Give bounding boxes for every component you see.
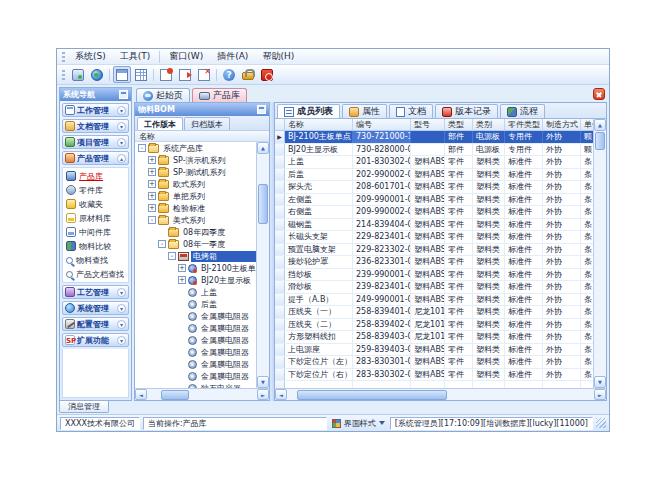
sidebar-item-0[interactable]: 产品库: [63, 169, 128, 183]
table-vertical-scrollbar[interactable]: ▲ ▼: [593, 119, 606, 388]
resize-grip[interactable]: [596, 418, 606, 428]
tree-column-header[interactable]: 名称: [135, 131, 269, 142]
window-button[interactable]: [113, 66, 131, 83]
grid-button[interactable]: [132, 66, 150, 83]
tree-node-14[interactable]: 金属膜电阻器: [135, 310, 256, 322]
row-selector[interactable]: [275, 294, 285, 306]
scroll-down-icon[interactable]: ▼: [257, 376, 269, 388]
expand-icon[interactable]: +: [148, 180, 156, 188]
doc-tab-active[interactable]: 产品库: [192, 88, 247, 102]
toolbar-grip[interactable]: [62, 70, 65, 80]
sidebar-item-7[interactable]: 产品文档查找: [63, 267, 128, 281]
tree-node-12[interactable]: 上盖: [135, 286, 256, 298]
scroll-up-icon[interactable]: ▲: [594, 119, 606, 131]
sidebar-group-4[interactable]: 工艺管理▾: [62, 285, 129, 299]
row-selector[interactable]: [275, 231, 285, 243]
table-row[interactable]: 下纱定位片（右）283-830302-00X塑料ABS零件塑料类标准件外协条: [275, 369, 593, 382]
column-header-2[interactable]: 型号: [411, 119, 445, 130]
column-header-5[interactable]: 零件类型: [505, 119, 543, 130]
tree-node-4[interactable]: +单把系列: [135, 190, 256, 202]
sidebar-item-1[interactable]: 零件库: [63, 183, 128, 197]
tree-node-2[interactable]: +SP-测试机系列: [135, 166, 256, 178]
expand-icon[interactable]: +: [148, 192, 156, 200]
row-selector[interactable]: [275, 144, 285, 156]
row-selector[interactable]: [275, 306, 285, 318]
tree-node-0[interactable]: -系统产品库: [135, 142, 256, 154]
sidebar-group-5[interactable]: 系统管理▾: [62, 301, 129, 315]
sidebar-item-5[interactable]: 物料比较: [63, 239, 128, 253]
tree-node-8[interactable]: -08年一季度: [135, 238, 256, 250]
table-row[interactable]: 探头壳208-601701-01X塑料ABS零件塑料类标准件外协条: [275, 181, 593, 194]
menu-item[interactable]: 窗口(W): [162, 50, 210, 63]
menu-item[interactable]: 插件(A): [210, 50, 255, 63]
tab-working-version[interactable]: 工作版本: [137, 117, 183, 130]
detail-tab-1[interactable]: 属性: [342, 104, 387, 118]
table-row[interactable]: ▶BJ-2100主板单点730-721000-12X部件电源板专用件外协颗: [275, 131, 593, 144]
sidebar-item-2[interactable]: 收藏夹: [63, 197, 128, 211]
tab-archived-version[interactable]: 归档版本: [184, 117, 230, 130]
column-header-6[interactable]: 制造方式: [543, 119, 581, 130]
help-button[interactable]: [220, 66, 238, 83]
expand-icon[interactable]: +: [178, 276, 186, 284]
table-row[interactable]: 磁钢盖214-839404-01X塑料ABS零件塑料类标准件外协条: [275, 219, 593, 232]
tree-vertical-scrollbar[interactable]: ▲ ▼: [256, 142, 269, 388]
scroll-left-icon[interactable]: ◄: [275, 389, 287, 400]
table-row[interactable]: 压线夹（一）258-839401-00X尼龙1010零件塑料类标准件外协条: [275, 306, 593, 319]
column-header-0[interactable]: 名称: [285, 119, 353, 130]
column-header-7[interactable]: 单位: [581, 119, 593, 130]
row-selector[interactable]: [275, 219, 285, 231]
chevron-down-icon[interactable]: ▾: [117, 288, 126, 297]
doc-delete-button[interactable]: [195, 66, 213, 83]
row-selector[interactable]: [275, 181, 285, 193]
tree-node-11[interactable]: +BJ20主显示板: [135, 274, 256, 286]
column-header-3[interactable]: 类型: [445, 119, 473, 130]
sidebar-group-3[interactable]: 产品管理▴: [62, 151, 129, 165]
detail-tab-0[interactable]: 成员列表: [277, 104, 340, 118]
row-selector[interactable]: [275, 244, 285, 256]
scroll-left-icon[interactable]: ◄: [135, 389, 147, 400]
sidebar-item-4[interactable]: 中间件库: [63, 225, 128, 239]
row-selector[interactable]: [275, 206, 285, 218]
table-row[interactable]: 右侧盖209-990002-01X塑料ABS零件塑料类标准件外协条: [275, 206, 593, 219]
expand-icon[interactable]: +: [148, 204, 156, 212]
sidebar-group-6[interactable]: 配置管理▾: [62, 317, 129, 331]
tree-node-19[interactable]: 金属膜电阻器: [135, 370, 256, 382]
lock-button[interactable]: [239, 66, 257, 83]
table-row[interactable]: 预置电脑支架229-823302-00X塑料ABS零件塑料类标准件外协条: [275, 244, 593, 257]
table-row[interactable]: [275, 381, 593, 388]
sidebar-item-3[interactable]: 原材料库: [63, 211, 128, 225]
table-hscroll-thumb[interactable]: [297, 390, 447, 400]
tree-node-10[interactable]: +BJ-2100主板单点: [135, 262, 256, 274]
tree-vscroll-track[interactable]: [257, 225, 269, 376]
table-row[interactable]: 压线夹（二）258-839402-00X尼龙1010零件塑料类标准件外协条: [275, 319, 593, 332]
monitor-button[interactable]: [69, 66, 87, 83]
detail-tab-2[interactable]: 文档: [389, 104, 433, 118]
doc-arrow-button[interactable]: [176, 66, 194, 83]
tree-node-18[interactable]: 金属膜电阻器: [135, 358, 256, 370]
chevron-down-icon[interactable]: ▾: [117, 304, 126, 313]
table-row[interactable]: 接纱轮护罩236-823301-00X塑料ABS零件塑料类标准件外协条: [275, 256, 593, 269]
chevron-down-icon[interactable]: ▾: [117, 320, 126, 329]
row-selector[interactable]: [275, 194, 285, 206]
row-selector[interactable]: [275, 269, 285, 281]
table-row[interactable]: 上盖201-830302-00X塑料ABS零件塑料类标准件外协条: [275, 156, 593, 169]
column-header-4[interactable]: 类别: [473, 119, 505, 130]
detail-tab-4[interactable]: 流程: [500, 104, 545, 118]
close-document-button[interactable]: [593, 88, 605, 100]
row-selector[interactable]: [275, 156, 285, 168]
sidebar-group-0[interactable]: 工作管理▾: [62, 103, 129, 117]
row-selector[interactable]: [275, 331, 285, 343]
table-row[interactable]: 上电源座259-839403-00X塑料ABS零件塑料类标准件外协条: [275, 344, 593, 357]
menubar-grip[interactable]: [62, 52, 65, 62]
tab-message-manager[interactable]: 消息管理: [59, 401, 109, 413]
collapse-icon[interactable]: -: [138, 144, 146, 152]
menu-item[interactable]: 工具(T): [113, 50, 158, 63]
row-selector[interactable]: [275, 381, 285, 388]
scroll-up-icon[interactable]: ▲: [257, 142, 269, 154]
table-row[interactable]: 挡纱板239-990001-01X塑料ABS零件塑料类标准件外协条: [275, 269, 593, 282]
scroll-down-icon[interactable]: ▼: [594, 376, 606, 388]
table-row[interactable]: 后盖202-990002-01X塑料ABS零件塑料类标准件外协条: [275, 169, 593, 182]
tree-node-5[interactable]: +检验标准: [135, 202, 256, 214]
sidebar-group-7[interactable]: SP扩展功能▾: [62, 333, 129, 347]
column-header-1[interactable]: 编号: [353, 119, 411, 130]
